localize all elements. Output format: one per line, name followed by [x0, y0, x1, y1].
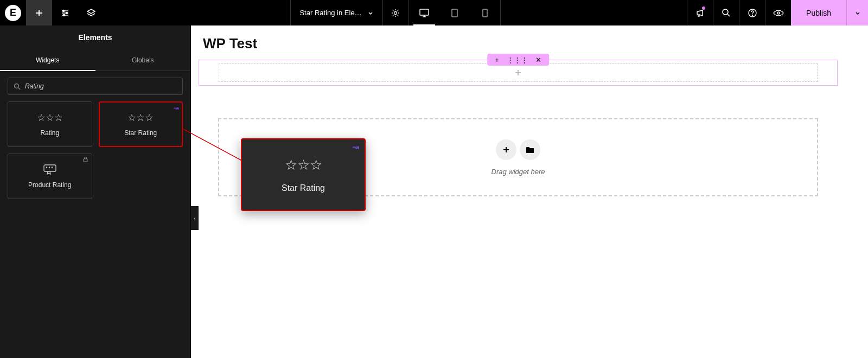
widget-rating[interactable]: ☆☆☆ Rating: [8, 101, 92, 147]
folder-icon: [526, 146, 534, 154]
elements-panel: Elements Widgets Globals ☆☆☆ Rating ↝ ☆☆…: [0, 25, 191, 358]
finder-button[interactable]: [713, 0, 739, 25]
addon-badge-icon: ↝: [353, 143, 359, 151]
tab-widgets[interactable]: Widgets: [0, 49, 95, 71]
gear-icon: [391, 8, 400, 18]
stars-icon: ☆☆☆: [37, 112, 63, 124]
device-tablet[interactable]: [439, 0, 470, 25]
tab-globals[interactable]: Globals: [95, 49, 191, 71]
panel-title: Elements: [0, 25, 190, 49]
product-rating-icon: [42, 164, 58, 176]
widget-search-input[interactable]: [25, 82, 177, 90]
device-mobile[interactable]: [470, 0, 500, 25]
drag-preview-star-rating[interactable]: ↝ ☆☆☆ Star Rating: [241, 138, 366, 211]
panel-tabs: Widgets Globals: [0, 49, 190, 71]
sliders-icon: [60, 8, 70, 18]
elementor-logo[interactable]: E: [0, 0, 26, 25]
top-bar: E Star Rating in Ele…: [0, 0, 868, 25]
preview-button[interactable]: [765, 0, 791, 25]
drag-preview-label: Star Rating: [282, 183, 325, 193]
responsive-device-group: [409, 0, 501, 25]
stars-icon: ☆☆☆: [285, 157, 322, 174]
top-bar-left: E: [0, 0, 104, 25]
addon-badge-icon: ↝: [174, 105, 178, 112]
plus-icon: [514, 69, 522, 76]
drop-hint-text: Drag widget here: [492, 168, 545, 176]
device-desktop[interactable]: [409, 0, 439, 25]
elementor-logo-icon: E: [5, 5, 21, 21]
widget-search[interactable]: [8, 78, 183, 95]
publish-options-button[interactable]: [846, 0, 868, 25]
layers-icon: [86, 8, 96, 18]
svg-rect-4: [420, 9, 429, 15]
section-delete-button[interactable]: ✕: [535, 56, 541, 63]
svg-rect-12: [84, 159, 87, 162]
widget-grid: ☆☆☆ Rating ↝ ☆☆☆ Star Rating Product Rat…: [0, 101, 190, 199]
publish-button[interactable]: Publish: [791, 0, 846, 25]
svg-rect-6: [483, 9, 487, 17]
section-drag-handle[interactable]: ⋮⋮⋮: [507, 56, 528, 63]
document-title-wrap[interactable]: Star Rating in Ele…: [290, 0, 382, 25]
desktop-icon: [419, 8, 430, 18]
top-bar-right: Publish: [687, 0, 868, 25]
section-toolbar: + ⋮⋮⋮ ✕: [487, 54, 549, 66]
page-settings-button[interactable]: [383, 0, 409, 25]
svg-rect-13: [44, 165, 56, 171]
drop-area-buttons: [496, 139, 540, 160]
widget-label: Product Rating: [28, 181, 71, 189]
add-widget-button[interactable]: [496, 139, 516, 160]
lock-icon: [82, 156, 88, 162]
document-title: Star Rating in Ele…: [299, 9, 361, 17]
svg-point-9: [752, 15, 752, 15]
mobile-icon: [481, 8, 489, 18]
add-template-button[interactable]: [520, 139, 540, 160]
plus-icon: [35, 9, 43, 17]
whats-new-button[interactable]: [687, 0, 713, 25]
chevron-down-icon: [854, 10, 861, 16]
publish-label: Publish: [806, 9, 831, 17]
search-icon: [722, 8, 731, 17]
add-element-button[interactable]: [26, 0, 52, 25]
section-container[interactable]: + ⋮⋮⋮ ✕: [199, 60, 838, 86]
svg-rect-5: [452, 9, 457, 17]
structure-button[interactable]: [78, 0, 104, 25]
svg-point-0: [63, 10, 65, 11]
section-inner-dropzone[interactable]: [219, 63, 818, 82]
svg-point-7: [723, 9, 728, 15]
top-bar-center: Star Rating in Ele…: [104, 0, 687, 25]
widget-star-rating[interactable]: ↝ ☆☆☆ Star Rating: [99, 101, 183, 147]
svg-point-2: [63, 14, 65, 16]
widget-label: Rating: [40, 129, 59, 137]
widget-label: Star Rating: [124, 129, 157, 137]
svg-point-10: [777, 12, 780, 14]
svg-point-3: [394, 11, 397, 14]
tablet-icon: [450, 8, 459, 18]
panel-collapse-handle[interactable]: ‹: [191, 206, 199, 230]
svg-point-11: [15, 84, 19, 88]
site-settings-button[interactable]: [52, 0, 78, 25]
widget-product-rating[interactable]: Product Rating: [8, 154, 92, 199]
plus-icon: [502, 146, 510, 154]
help-button[interactable]: [739, 0, 765, 25]
section-add-button[interactable]: +: [495, 56, 499, 63]
help-icon: [748, 8, 757, 18]
svg-point-1: [66, 12, 68, 14]
search-icon: [14, 83, 21, 90]
eye-icon: [773, 9, 784, 17]
stars-icon: ☆☆☆: [127, 112, 154, 124]
chevron-down-icon: [367, 10, 374, 16]
